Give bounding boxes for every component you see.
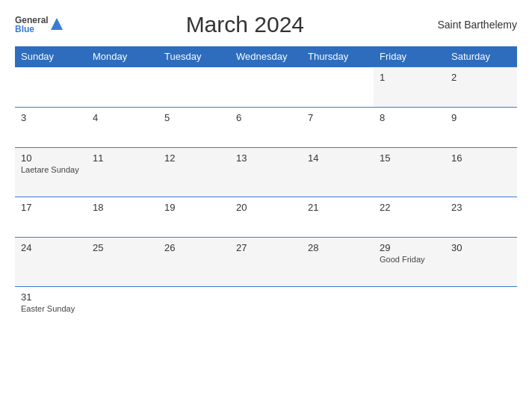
- calendar-cell: [87, 287, 158, 336]
- calendar-cell: 25: [87, 238, 158, 287]
- calendar-cell: 9: [445, 108, 517, 148]
- calendar-cell: 8: [374, 108, 445, 148]
- calendar-cell: [445, 287, 517, 336]
- calendar-week-row: 31Easter Sunday: [15, 287, 517, 336]
- calendar-cell: 20: [230, 197, 302, 238]
- header-wednesday: Wednesday: [230, 46, 302, 67]
- header-tuesday: Tuesday: [158, 46, 230, 67]
- day-number: 13: [236, 152, 296, 164]
- day-number: 6: [236, 112, 296, 123]
- calendar-table: Sunday Monday Tuesday Wednesday Thursday…: [15, 46, 517, 336]
- calendar-cell: [158, 287, 230, 336]
- calendar-cell: 26: [158, 238, 230, 287]
- logo-icon: [51, 18, 63, 33]
- day-number: 16: [451, 152, 511, 164]
- day-number: 11: [93, 152, 152, 164]
- calendar-cell: 11: [87, 148, 158, 197]
- day-number: 19: [164, 202, 224, 213]
- header-sunday: Sunday: [15, 46, 87, 67]
- calendar-cell: [230, 67, 302, 108]
- svg-marker-0: [51, 18, 63, 30]
- holiday-label: Easter Sunday: [21, 304, 81, 313]
- calendar-cell: [302, 67, 374, 108]
- day-number: 25: [93, 242, 152, 253]
- calendar-cell: 5: [158, 108, 230, 148]
- calendar-title: March 2024: [63, 12, 427, 37]
- calendar-week-row: 17181920212223: [15, 197, 517, 238]
- calendar-cell: 4: [87, 108, 158, 148]
- calendar-cell: 13: [230, 148, 302, 197]
- calendar-cell: 7: [302, 108, 374, 148]
- day-number: 27: [236, 242, 296, 253]
- calendar-cell: 29Good Friday: [374, 238, 445, 287]
- calendar-cell: 17: [15, 197, 87, 238]
- calendar-cell: 23: [445, 197, 517, 238]
- calendar-cell: 15: [374, 148, 445, 197]
- day-number: 12: [164, 152, 224, 164]
- day-number: 26: [164, 242, 224, 253]
- day-number: 17: [21, 202, 81, 213]
- logo-blue: Blue: [15, 25, 49, 34]
- holiday-label: Good Friday: [380, 255, 439, 264]
- day-number: 7: [308, 112, 368, 123]
- calendar-cell: 12: [158, 148, 230, 197]
- calendar-cell: 30: [445, 238, 517, 287]
- calendar-cell: 24: [15, 238, 87, 287]
- day-number: 23: [451, 202, 511, 213]
- header-saturday: Saturday: [445, 46, 517, 67]
- calendar-week-row: 12: [15, 67, 517, 108]
- day-number: 1: [380, 72, 439, 83]
- logo: General Blue: [15, 16, 63, 34]
- header-monday: Monday: [87, 46, 158, 67]
- days-header-row: Sunday Monday Tuesday Wednesday Thursday…: [15, 46, 517, 67]
- calendar-cell: 16: [445, 148, 517, 197]
- calendar-cell: [302, 287, 374, 336]
- calendar-week-row: 242526272829Good Friday30: [15, 238, 517, 287]
- calendar-cell: 22: [374, 197, 445, 238]
- day-number: 29: [380, 242, 439, 253]
- calendar-cell: 10Laetare Sunday: [15, 148, 87, 197]
- day-number: 22: [380, 202, 439, 213]
- calendar-cell: 21: [302, 197, 374, 238]
- calendar-cell: 18: [87, 197, 158, 238]
- day-number: 15: [380, 152, 439, 164]
- day-number: 18: [93, 202, 152, 213]
- day-number: 20: [236, 202, 296, 213]
- calendar-cell: 2: [445, 67, 517, 108]
- calendar-cell: 27: [230, 238, 302, 287]
- calendar-cell: [230, 287, 302, 336]
- day-number: 2: [451, 72, 511, 83]
- day-number: 28: [308, 242, 368, 253]
- day-number: 8: [380, 112, 439, 123]
- calendar-region: Saint Barthelemy: [427, 19, 517, 31]
- calendar-cell: [374, 287, 445, 336]
- day-number: 31: [21, 291, 81, 303]
- calendar-cell: 14: [302, 148, 374, 197]
- calendar-cell: 31Easter Sunday: [15, 287, 87, 336]
- header-thursday: Thursday: [302, 46, 374, 67]
- day-number: 21: [308, 202, 368, 213]
- calendar-week-row: 3456789: [15, 108, 517, 148]
- calendar-cell: [15, 67, 87, 108]
- calendar-cell: 28: [302, 238, 374, 287]
- calendar-cell: 1: [374, 67, 445, 108]
- calendar-week-row: 10Laetare Sunday111213141516: [15, 148, 517, 197]
- day-number: 5: [164, 112, 224, 123]
- day-number: 14: [308, 152, 368, 164]
- day-number: 4: [93, 112, 152, 123]
- day-number: 10: [21, 152, 81, 164]
- day-number: 30: [451, 242, 511, 253]
- header-friday: Friday: [374, 46, 445, 67]
- day-number: 9: [451, 112, 511, 123]
- calendar-header: General Blue March 2024 Saint Barthelemy: [15, 12, 517, 37]
- calendar-cell: [87, 67, 158, 108]
- day-number: 3: [21, 112, 81, 123]
- calendar-cell: 19: [158, 197, 230, 238]
- calendar-wrapper: General Blue March 2024 Saint Barthelemy…: [0, 0, 532, 411]
- holiday-label: Laetare Sunday: [21, 165, 81, 174]
- calendar-cell: 6: [230, 108, 302, 148]
- day-number: 24: [21, 242, 81, 253]
- calendar-cell: 3: [15, 108, 87, 148]
- calendar-cell: [158, 67, 230, 108]
- logo-text: General Blue: [15, 16, 49, 34]
